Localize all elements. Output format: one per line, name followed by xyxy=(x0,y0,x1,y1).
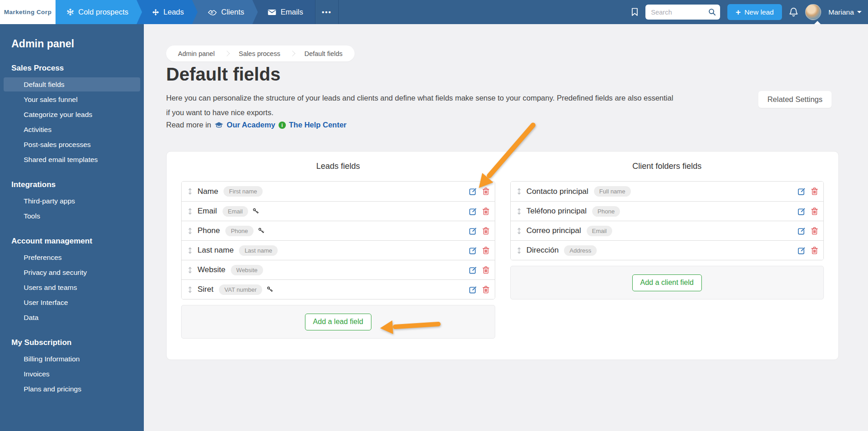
edit-field-icon[interactable] xyxy=(798,208,806,215)
main-content: Admin panel Sales process Default fields… xyxy=(144,24,868,431)
field-name: Siret xyxy=(198,285,213,294)
field-type-tag: Full name xyxy=(594,186,631,197)
tab-cold-prospects[interactable]: Cold prospects xyxy=(56,0,142,24)
breadcrumb-admin-panel[interactable]: Admin panel xyxy=(178,50,215,57)
delete-field-icon[interactable] xyxy=(811,227,818,235)
sidebar-item-billing-information[interactable]: Billing Information xyxy=(4,352,140,366)
sidebar-item-post-sales-processes[interactable]: Post-sales processes xyxy=(4,137,140,152)
drag-handle-icon[interactable] xyxy=(517,208,521,215)
key-icon xyxy=(253,208,259,214)
drag-handle-icon[interactable] xyxy=(517,227,521,235)
field-type-tag: VAT number xyxy=(219,284,262,295)
edit-field-icon[interactable] xyxy=(798,247,806,254)
delete-field-icon[interactable] xyxy=(482,286,489,294)
tab-clients[interactable]: Clients xyxy=(192,0,258,24)
edit-field-icon[interactable] xyxy=(469,247,477,254)
key-icon xyxy=(258,228,264,234)
client-fields-column: Client folders fields Contacto principal… xyxy=(510,162,824,339)
sidebar-item-preferences[interactable]: Preferences xyxy=(4,250,140,264)
field-type-tag: Email xyxy=(587,226,613,236)
user-menu[interactable]: Mariana xyxy=(828,8,862,16)
field-name: Contacto principal xyxy=(527,187,589,196)
add-client-field-button[interactable]: Add a client field xyxy=(632,274,702,291)
delete-field-icon[interactable] xyxy=(482,266,489,274)
sidebar-item-default-fields[interactable]: Default fields xyxy=(4,77,140,91)
edit-field-icon[interactable] xyxy=(469,208,477,215)
field-row: WebsiteWebsite xyxy=(182,260,495,279)
field-name: Dirección xyxy=(527,246,559,255)
sidebar-section-heading: Integrations xyxy=(0,180,144,189)
tab-label: Leads xyxy=(163,8,184,16)
edit-field-icon[interactable] xyxy=(469,188,477,195)
plus-icon: + xyxy=(736,8,741,16)
add-lead-field-button[interactable]: Add a lead field xyxy=(305,314,371,330)
sidebar-item-tools[interactable]: Tools xyxy=(4,209,140,223)
tab-leads[interactable]: Leads xyxy=(137,0,198,24)
field-type-tag: Website xyxy=(231,265,263,275)
tab-emails[interactable]: Emails xyxy=(252,0,315,24)
drag-handle-icon[interactable] xyxy=(188,286,192,294)
edit-field-icon[interactable] xyxy=(798,227,806,235)
related-settings-button[interactable]: Related Settings xyxy=(758,91,832,108)
sidebar-section-heading: My Subscription xyxy=(0,338,144,347)
drag-handle-icon[interactable] xyxy=(517,188,521,195)
sidebar-item-users-and-teams[interactable]: Users and teams xyxy=(4,280,140,294)
leads-fields-column: Leads fields NameFirst nameEmailEmailPho… xyxy=(181,162,495,339)
sidebar-item-your-sales-funnel[interactable]: Your sales funnel xyxy=(4,92,140,106)
avatar[interactable] xyxy=(805,4,821,20)
top-bar: Marketing Corp Cold prospects Leads Clie… xyxy=(0,0,868,24)
bell-icon[interactable] xyxy=(789,7,798,17)
tab-label: Cold prospects xyxy=(78,8,128,16)
tab-more[interactable]: ••• xyxy=(315,0,339,24)
delete-field-icon[interactable] xyxy=(811,247,818,254)
drag-handle-icon[interactable] xyxy=(517,247,521,254)
drag-handle-icon[interactable] xyxy=(188,266,192,274)
sidebar-item-shared-email-templates[interactable]: Shared email templates xyxy=(4,152,140,167)
sidebar-item-invoices[interactable]: Invoices xyxy=(4,367,140,381)
app-logo[interactable]: Marketing Corp xyxy=(0,0,56,24)
delete-field-icon[interactable] xyxy=(811,208,818,215)
academy-link[interactable]: Our Academy xyxy=(227,121,275,129)
sidebar-item-data[interactable]: Data xyxy=(4,310,140,325)
sidebar-item-plans-and-pricings[interactable]: Plans and pricings xyxy=(4,382,140,396)
help-center-link[interactable]: The Help Center xyxy=(289,121,347,129)
search-box xyxy=(645,5,720,20)
field-type-tag: Last name xyxy=(239,245,278,256)
edit-field-icon[interactable] xyxy=(469,286,477,294)
breadcrumb: Admin panel Sales process Default fields xyxy=(166,46,355,61)
sidebar-item-privacy-and-security[interactable]: Privacy and security xyxy=(4,265,140,279)
chevron-right-icon xyxy=(224,51,230,56)
page-title: Default fields xyxy=(166,64,280,85)
delete-field-icon[interactable] xyxy=(482,247,489,254)
field-name: Correo principal xyxy=(527,226,581,235)
tab-label: Clients xyxy=(221,8,244,16)
search-icon[interactable] xyxy=(708,8,716,16)
main-nav: Cold prospects Leads Clients Emails ••• xyxy=(56,0,339,24)
delete-field-icon[interactable] xyxy=(482,227,489,235)
sidebar-item-user-interface[interactable]: User Interface xyxy=(4,295,140,309)
field-name: Teléfono principal xyxy=(527,207,587,216)
topbar-right: + New lead Mariana xyxy=(631,0,868,24)
edit-field-icon[interactable] xyxy=(469,227,477,235)
delete-field-icon[interactable] xyxy=(482,208,489,215)
delete-field-icon[interactable] xyxy=(482,188,489,195)
drag-handle-icon[interactable] xyxy=(188,227,192,235)
search-input[interactable] xyxy=(651,9,706,16)
new-lead-button[interactable]: + New lead xyxy=(727,4,782,20)
edit-field-icon[interactable] xyxy=(469,266,477,274)
breadcrumb-default-fields[interactable]: Default fields xyxy=(305,50,343,57)
edit-field-icon[interactable] xyxy=(798,188,806,195)
sidebar-item-third-party-apps[interactable]: Third-party apps xyxy=(4,194,140,208)
breadcrumb-sales-process[interactable]: Sales process xyxy=(239,50,280,57)
drag-handle-icon[interactable] xyxy=(188,247,192,254)
sidebar-item-categorize-your-leads[interactable]: Categorize your leads xyxy=(4,107,140,122)
drag-handle-icon[interactable] xyxy=(188,208,192,215)
field-row: SiretVAT number xyxy=(182,279,495,299)
field-row: Correo principalEmail xyxy=(511,221,824,240)
bookmark-icon[interactable] xyxy=(631,8,638,16)
academy-icon xyxy=(214,122,223,128)
drag-handle-icon[interactable] xyxy=(188,188,192,195)
delete-field-icon[interactable] xyxy=(811,188,818,195)
sidebar-item-activities[interactable]: Activities xyxy=(4,122,140,137)
handshake-icon xyxy=(208,9,217,15)
